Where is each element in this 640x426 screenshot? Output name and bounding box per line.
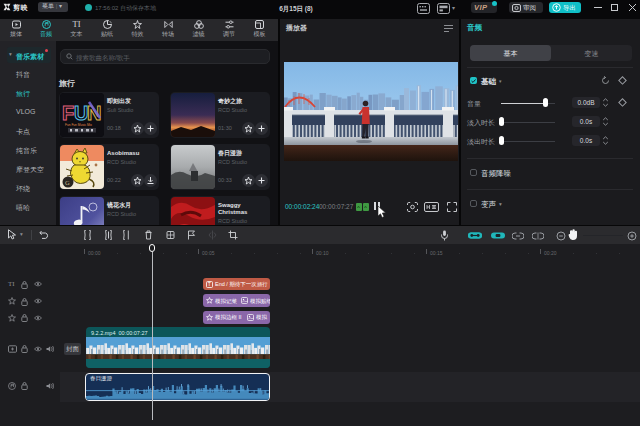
svg-text:N: N [87, 102, 101, 124]
svg-text:G: G [65, 179, 70, 186]
svg-text:T: T [208, 281, 211, 287]
svg-text:Fun Fun Music Mix: Fun Fun Music Mix [65, 123, 92, 127]
svg-text:F: F [62, 102, 74, 124]
